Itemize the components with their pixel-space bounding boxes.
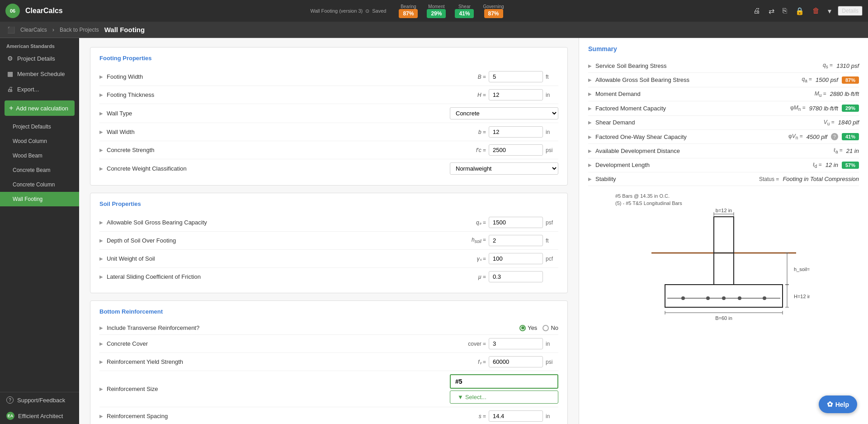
sidebar-item-wall-footing[interactable]: Wall Footing (0, 192, 79, 206)
sidebar-item-concrete-beam[interactable]: Concrete Beam (0, 163, 79, 177)
expand-icon[interactable]: ▶ (588, 77, 592, 82)
reinf-size-group: #5 ▼ Select... (450, 374, 558, 404)
reinf-yield-unit: psi (546, 359, 558, 365)
details-button[interactable]: Details (838, 6, 863, 16)
expand-icon[interactable]: ▶ (588, 162, 592, 167)
expand-icon[interactable]: ▶ (588, 106, 592, 111)
b-lower-symbol: b = (472, 129, 486, 135)
sidebar-item-efficient-architect[interactable]: EA Efficient Architect (0, 408, 79, 424)
expand-icon[interactable]: ▶ (99, 129, 103, 134)
expand-icon[interactable]: ▶ (99, 341, 103, 346)
expand-icon[interactable]: ▶ (99, 386, 103, 391)
lateral-friction-input[interactable] (489, 271, 543, 282)
plus-icon: + (9, 104, 13, 112)
sidebar-item-label: Concrete Beam (13, 167, 50, 173)
sidebar-item-label: Concrete Column (13, 181, 55, 188)
footing-width-row: ▶ Footing Width B = ft (99, 68, 558, 86)
sidebar: American Standards ⚙ Project Details ▦ M… (0, 38, 79, 424)
expand-icon[interactable]: ▶ (99, 238, 103, 243)
sidebar-item-export[interactable]: 🖨 Export... (0, 81, 79, 97)
reinf-size-label: Reinforcement Size (107, 386, 158, 392)
dev-distance-label: Available Development Distance (595, 148, 680, 154)
wall-width-input[interactable] (489, 126, 543, 138)
gear-icon: ⚙ (6, 55, 14, 62)
allowable-bearing-input[interactable] (489, 217, 543, 228)
vu-symbol: Vu = (824, 119, 835, 126)
sidebar-item-project-details[interactable]: ⚙ Project Details (0, 51, 79, 66)
sidebar-item-member-schedule[interactable]: ▦ Member Schedule (0, 66, 79, 81)
allowable-bearing-summary-label: Allowable Gross Soil Bearing Stress (595, 76, 689, 83)
expand-icon[interactable]: ▶ (99, 148, 103, 152)
expand-icon[interactable]: ▶ (588, 120, 592, 125)
summary-panel: Summary ▶ Service Soil Bearing Stress qs… (579, 38, 868, 424)
dev-length-badge: 57% (842, 162, 859, 169)
expand-icon[interactable]: ▶ (588, 176, 592, 181)
copy-icon[interactable]: ⎘ (781, 5, 789, 17)
expand-icon[interactable]: ▶ (588, 148, 592, 153)
chevron-down-icon[interactable]: ▾ (826, 5, 833, 17)
page-icon: ⬛ (7, 26, 15, 33)
expand-icon[interactable]: ▶ (99, 274, 103, 279)
unit-weight-input[interactable] (489, 253, 543, 264)
fy-symbol: fᵧ = (472, 359, 486, 365)
footing-width-input[interactable] (489, 71, 543, 82)
add-calculation-button[interactable]: + Add new calculation (5, 100, 75, 116)
lateral-friction-label: Lateral Sliding Coefficient of Friction (107, 273, 201, 280)
concrete-strength-unit: psi (546, 147, 558, 153)
wall-type-select[interactable]: Concrete Masonry Wood (450, 107, 558, 119)
reinf-yield-input[interactable] (489, 356, 543, 367)
sidebar-item-wood-beam[interactable]: Wood Beam (0, 148, 79, 163)
help-button[interactable]: ✿ Help (819, 395, 857, 413)
concrete-weight-select[interactable]: Normalweight Lightweight (450, 162, 558, 175)
expand-icon[interactable]: ▶ (99, 325, 103, 330)
expand-icon[interactable]: ▶ (99, 74, 103, 79)
sidebar-item-concrete-column[interactable]: Concrete Column (0, 177, 79, 192)
wall-width-unit: in (546, 129, 558, 135)
add-calculation-label: Add new calculation (16, 105, 68, 112)
sidebar-item-wood-column[interactable]: Wood Column (0, 134, 79, 148)
breadcrumb-app[interactable]: ClearCalcs (20, 27, 47, 33)
score-badges: Bearing 87% Moment 29% Shear 41% Governi… (399, 4, 504, 18)
status-symbol: Status = (759, 176, 779, 182)
depth-soil-input[interactable] (489, 235, 543, 246)
sidebar-item-project-defaults[interactable]: Project Defaults (0, 119, 79, 134)
factored-moment-badge: 29% (842, 105, 859, 112)
lock-icon[interactable]: 🔒 (793, 5, 806, 17)
transverse-no-radio[interactable] (542, 325, 549, 331)
print-icon[interactable]: 🖨 (751, 5, 762, 17)
mu-symbol: Mu = (815, 91, 826, 98)
info-icon[interactable]: ? (831, 133, 838, 140)
footing-thickness-input[interactable] (489, 89, 543, 100)
expand-icon[interactable]: ▶ (99, 166, 103, 171)
qa-symbol: qa = (802, 76, 812, 83)
trash-icon[interactable]: 🗑 (811, 5, 821, 17)
footing-diagram: b=12 in B=60 in (638, 208, 810, 334)
governing-score: Governing 87% (483, 4, 504, 18)
expand-icon[interactable]: ▶ (99, 220, 103, 225)
reinf-spacing-row: ▶ Reinforcement Spacing s = in (99, 407, 558, 424)
transverse-yes-label[interactable]: Yes (519, 324, 537, 331)
transverse-no-label[interactable]: No (542, 324, 558, 331)
reinf-spacing-input[interactable] (489, 410, 543, 422)
expand-icon[interactable]: ▶ (99, 92, 103, 97)
breadcrumb-project[interactable]: Back to Projects (60, 27, 99, 33)
expand-icon[interactable]: ▶ (99, 111, 103, 116)
shear-score: Shear 41% (455, 4, 474, 18)
expand-icon[interactable]: ▶ (588, 91, 592, 96)
qa-symbol: qₐ = (472, 219, 486, 226)
transverse-yes-radio[interactable] (519, 325, 526, 331)
share-icon[interactable]: ⇄ (767, 5, 776, 17)
content-area: Footing Properties ▶ Footing Width B = f… (79, 38, 868, 424)
reinf-size-select-button[interactable]: ▼ Select... (450, 391, 558, 404)
sidebar-item-support[interactable]: ? Support/Feedback (0, 392, 79, 408)
dev-distance-value: 21 in (846, 148, 859, 154)
expand-icon[interactable]: ▶ (99, 256, 103, 261)
expand-icon[interactable]: ▶ (588, 134, 592, 139)
service-bearing-row: ▶ Service Soil Bearing Stress qs = 1310 … (588, 59, 859, 73)
expand-icon[interactable]: ▶ (99, 359, 103, 364)
unit-weight-label: Unit Weight of Soil (107, 255, 155, 262)
expand-icon[interactable]: ▶ (99, 414, 103, 419)
concrete-cover-input[interactable] (489, 338, 543, 349)
concrete-strength-input[interactable] (489, 144, 543, 156)
expand-icon[interactable]: ▶ (588, 63, 592, 68)
